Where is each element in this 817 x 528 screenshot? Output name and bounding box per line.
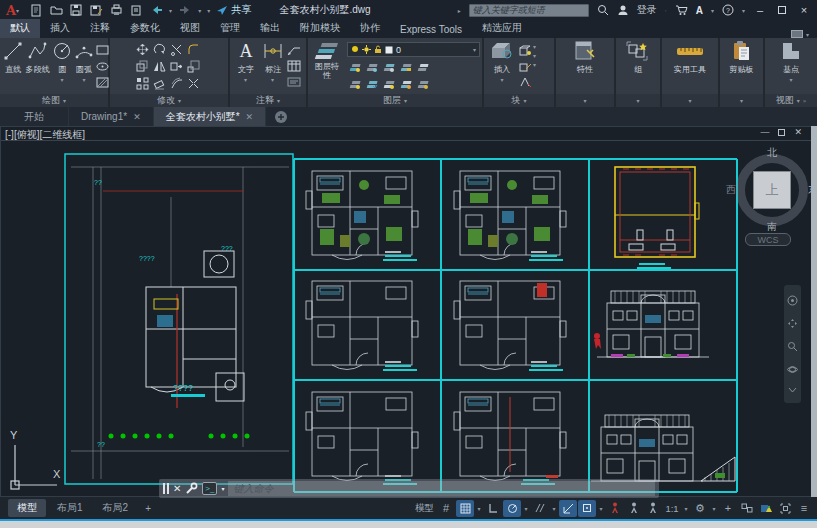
panel-label-view[interactable]: 视图▾» bbox=[765, 94, 817, 107]
panel-label-block[interactable]: 块▾ bbox=[484, 94, 554, 107]
app-logo-icon[interactable]: A bbox=[6, 3, 16, 18]
ribbon-tab-manage[interactable]: 管理 bbox=[210, 19, 250, 38]
block-caret-1[interactable]: ▾ bbox=[533, 43, 536, 50]
polyline-button[interactable]: 多段线 bbox=[24, 40, 51, 94]
file-tab-drawing1[interactable]: Drawing1*✕ bbox=[69, 107, 154, 126]
panel-label-layers[interactable]: 图层▾ bbox=[308, 94, 482, 107]
base-caret-icon[interactable]: ▾ bbox=[789, 76, 792, 83]
layout-tab-layout1[interactable]: 布局1 bbox=[48, 499, 92, 517]
layer-tool-isolate-button[interactable] bbox=[364, 60, 379, 74]
file-tab-start[interactable]: 开始 bbox=[0, 107, 69, 126]
block-caret-3[interactable]: ▾ bbox=[533, 61, 536, 68]
viewcube-west[interactable]: 西 bbox=[726, 183, 736, 197]
autoscale-toggle[interactable] bbox=[625, 500, 643, 517]
stretch-button[interactable] bbox=[169, 59, 184, 73]
measure-button[interactable]: 实用工具 bbox=[667, 40, 713, 94]
properties-button[interactable]: 特性 bbox=[565, 40, 605, 94]
move-button[interactable] bbox=[135, 42, 150, 56]
command-caret-icon[interactable]: ▾ bbox=[221, 485, 224, 492]
close-tab-icon[interactable]: ✕ bbox=[133, 112, 141, 122]
ribbon-tab-annotate[interactable]: 注释 bbox=[80, 19, 120, 38]
side-elevation[interactable] bbox=[591, 415, 735, 481]
quick-properties-toggle[interactable] bbox=[738, 500, 756, 517]
snap-toggle[interactable] bbox=[456, 500, 474, 517]
annotation-monitor-toggle[interactable]: + bbox=[719, 500, 737, 517]
doc-close-button[interactable]: ✕ bbox=[794, 127, 802, 137]
new-layout-button[interactable]: + bbox=[139, 503, 157, 514]
layer-properties-button[interactable]: 图层特性 bbox=[310, 40, 344, 94]
erase-button[interactable] bbox=[152, 76, 167, 90]
ribbon-tab-collaborate[interactable]: 协作 bbox=[350, 19, 390, 38]
block-caret-2[interactable]: ▾ bbox=[533, 52, 536, 59]
viewcube[interactable]: 上 北 南 西 东 bbox=[731, 149, 813, 231]
arc-button[interactable]: 圆弧 ▾ bbox=[73, 40, 95, 94]
app-menu-caret-icon[interactable]: ▾ bbox=[16, 7, 19, 14]
orbit-icon[interactable] bbox=[787, 364, 798, 375]
group-button[interactable]: 组 bbox=[621, 40, 655, 94]
panel-label-modify[interactable]: 修改▾ bbox=[110, 94, 228, 107]
table-button[interactable] bbox=[286, 59, 301, 73]
text-button[interactable]: A 文字 ▾ bbox=[232, 40, 259, 94]
wrench-icon[interactable] bbox=[185, 482, 198, 495]
ribbon-tab-addins[interactable]: 附加模块 bbox=[290, 19, 350, 38]
rectangle-button[interactable] bbox=[95, 43, 110, 57]
redo-caret-icon[interactable]: ▾ bbox=[198, 7, 201, 14]
scale-value[interactable]: 1:1 bbox=[663, 500, 681, 517]
offset-button[interactable] bbox=[169, 76, 184, 90]
site-plan[interactable]: ?? ???? ??? ?? ???? bbox=[65, 154, 293, 484]
viewcube-north[interactable]: 北 bbox=[767, 146, 777, 160]
steering-wheel-icon[interactable] bbox=[787, 295, 798, 306]
roof-plan[interactable] bbox=[615, 167, 699, 269]
ortho-toggle[interactable] bbox=[484, 500, 502, 517]
account-caret-icon[interactable]: ▾ bbox=[711, 7, 714, 14]
workspace-switch-gear-icon[interactable]: ⚙ bbox=[691, 500, 709, 517]
array-button[interactable] bbox=[135, 76, 150, 90]
edit-block-button[interactable] bbox=[518, 59, 533, 73]
command-input[interactable] bbox=[228, 481, 655, 496]
ribbon-tab-insert[interactable]: 插入 bbox=[40, 19, 80, 38]
layer-tool-lock-button[interactable] bbox=[398, 60, 413, 74]
doc-minimize-button[interactable]: — bbox=[760, 127, 769, 137]
plot-button[interactable] bbox=[109, 3, 123, 17]
osnap-caret-icon[interactable]: ▾ bbox=[597, 500, 605, 517]
panel-label-groups[interactable]: ▾ bbox=[616, 94, 660, 107]
save-button[interactable] bbox=[69, 3, 83, 17]
floor-plan-bare-3[interactable] bbox=[306, 392, 418, 481]
dimension-caret-icon[interactable]: ▾ bbox=[271, 76, 274, 83]
command-grip-icon[interactable] bbox=[163, 483, 169, 494]
layer-tool-off-button[interactable] bbox=[347, 60, 362, 74]
zoom-icon[interactable] bbox=[787, 341, 798, 352]
copy-button[interactable] bbox=[135, 59, 150, 73]
scale-caret-icon[interactable]: ▾ bbox=[682, 500, 690, 517]
graphics-performance-toggle[interactable] bbox=[757, 500, 775, 517]
front-elevation[interactable] bbox=[594, 291, 709, 357]
layer-tool-freeze-button[interactable] bbox=[381, 60, 396, 74]
panel-label-annotate[interactable]: 注释▾ bbox=[230, 94, 306, 107]
minimize-button[interactable]: – bbox=[753, 4, 767, 16]
object-snap-tracking-toggle[interactable] bbox=[559, 500, 577, 517]
login-caret-icon[interactable]: · bbox=[665, 7, 667, 14]
isodraft-toggle[interactable] bbox=[531, 500, 549, 517]
maximize-button[interactable] bbox=[775, 4, 789, 16]
ribbon-display-toggle[interactable]: ▾ bbox=[791, 30, 809, 38]
file-tab-villa[interactable]: 全套农村小别墅*✕ bbox=[154, 107, 266, 126]
doc-restore-button[interactable] bbox=[778, 129, 785, 136]
line-button[interactable]: 直线 bbox=[2, 40, 24, 94]
circle-button[interactable]: 圆 ▾ bbox=[51, 40, 73, 94]
annotation-extra-icon[interactable] bbox=[286, 75, 301, 89]
floor-plan-bare-2[interactable] bbox=[454, 281, 566, 370]
command-line[interactable]: ✕ >_ ▾ bbox=[159, 479, 659, 498]
panel-label-properties[interactable]: ▾ bbox=[556, 94, 614, 107]
ribbon-tab-parametric[interactable]: 参数化 bbox=[120, 19, 170, 38]
hatch-button[interactable] bbox=[95, 75, 110, 89]
panel-label-clipboard[interactable]: ▾ bbox=[720, 94, 763, 107]
object-snap-toggle[interactable] bbox=[578, 500, 596, 517]
close-button[interactable]: × bbox=[797, 4, 811, 16]
polar-caret-icon[interactable]: ▾ bbox=[522, 500, 530, 517]
layer-dropdown[interactable]: 0 ▾ bbox=[347, 42, 480, 57]
undo-caret-icon[interactable]: ▾ bbox=[169, 7, 172, 14]
cart-icon[interactable] bbox=[675, 4, 688, 16]
pan-icon[interactable] bbox=[787, 318, 798, 329]
redo-button[interactable] bbox=[178, 3, 192, 17]
floor-plan-furnished-1[interactable] bbox=[306, 171, 418, 260]
